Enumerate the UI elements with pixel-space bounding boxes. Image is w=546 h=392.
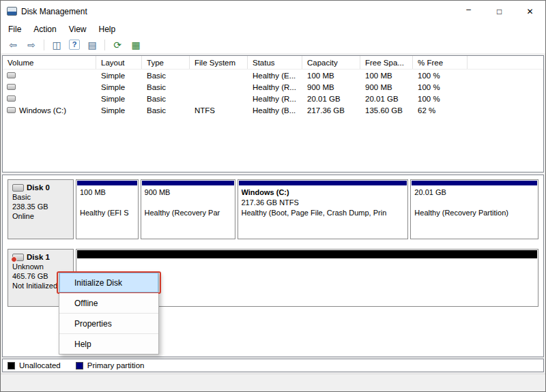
maximize-button[interactable]: □: [484, 1, 515, 22]
partition-recovery-1[interactable]: 900 MB Healthy (Recovery Par: [141, 179, 235, 239]
disk0-info[interactable]: Disk 0 Basic 238.35 GB Online: [8, 179, 74, 239]
primary-partition-stripe: [77, 181, 137, 185]
volume-row[interactable]: Simple Basic Healthy (R... 20.01 GB 20.0…: [3, 93, 543, 104]
unallocated-stripe: [77, 250, 537, 258]
menu-view[interactable]: View: [63, 22, 93, 36]
partition-efi[interactable]: 100 MB Healthy (EFI S: [76, 179, 139, 239]
window-title: Disk Management: [21, 7, 87, 16]
unallocated-label: Unallocated: [19, 361, 61, 370]
status-bar: [1, 374, 545, 391]
toolbar-separator: [104, 40, 105, 50]
primary-partition-stripe: [142, 181, 234, 185]
volume-row[interactable]: Simple Basic Healthy (E... 100 MB 100 MB…: [3, 70, 543, 81]
unallocated-swatch: [8, 362, 15, 370]
primary-partition-swatch: [76, 362, 83, 370]
col-type[interactable]: Type: [142, 56, 190, 69]
primary-partition-stripe: [412, 181, 537, 185]
menu-item-offline[interactable]: Offline: [59, 293, 158, 313]
disk-management-window: Disk Management – □ ✕ File Action View H…: [0, 0, 546, 392]
context-menu: Initialize Disk Offline Properties Help: [59, 272, 159, 355]
col-capacity[interactable]: Capacity: [302, 56, 360, 69]
partition-windows-c[interactable]: Windows (C:) 217.36 GB NTFS Healthy (Boo…: [238, 179, 409, 239]
back-icon[interactable]: ⇦: [7, 40, 19, 50]
title-bar: Disk Management – □ ✕: [1, 1, 545, 22]
toolbar: ⇦ ⇨ ◫ ? ▤ ⟳ ▦: [1, 36, 545, 54]
minimize-button[interactable]: –: [453, 1, 484, 22]
menu-action[interactable]: Action: [27, 22, 62, 36]
volume-table-header: Volume Layout Type File System Status Ca…: [3, 56, 543, 70]
toolbar-separator: [44, 40, 44, 50]
col-file-system[interactable]: File System: [190, 56, 248, 69]
menu-item-initialize-disk[interactable]: Initialize Disk: [59, 273, 158, 292]
menu-item-properties[interactable]: Properties: [59, 314, 158, 333]
menu-help[interactable]: Help: [93, 22, 122, 36]
primary-partition-label: Primary partition: [87, 361, 145, 370]
disk1-type: Unknown: [12, 262, 69, 271]
volume-icon: [7, 107, 16, 113]
close-button[interactable]: ✕: [515, 1, 545, 22]
app-icon: [7, 7, 17, 16]
menu-bar: File Action View Help: [1, 22, 545, 36]
forward-icon[interactable]: ⇨: [25, 40, 38, 50]
properties-icon[interactable]: ▦: [130, 40, 142, 50]
legend-bar: Unallocated Primary partition: [2, 359, 544, 372]
disk-error-icon: [12, 254, 24, 261]
col-layout[interactable]: Layout: [96, 56, 142, 69]
menu-item-help[interactable]: Help: [59, 334, 158, 354]
volume-row[interactable]: Simple Basic Healthy (R... 900 MB 900 MB…: [3, 81, 543, 93]
volume-list-pane: Volume Layout Type File System Status Ca…: [2, 55, 544, 172]
action-pane-icon[interactable]: ▤: [86, 40, 98, 50]
volume-row[interactable]: Windows (C:) Simple Basic NTFS Healthy (…: [3, 104, 543, 116]
col-filler: [468, 56, 543, 69]
primary-partition-stripe: [239, 181, 407, 185]
disk0-size: 238.35 GB: [12, 202, 69, 211]
refresh-icon[interactable]: ⟳: [111, 40, 124, 50]
volume-icon: [7, 72, 16, 78]
partition-recovery-2[interactable]: 20.01 GB Healthy (Recovery Partition): [410, 179, 538, 239]
help-icon[interactable]: ?: [69, 40, 80, 50]
disk0-type: Basic: [12, 192, 69, 202]
menu-file[interactable]: File: [2, 22, 27, 36]
console-tree-icon[interactable]: ◫: [51, 40, 63, 50]
volume-icon: [7, 84, 16, 90]
disk0-status: Online: [12, 211, 69, 221]
col-pct-free[interactable]: % Free: [413, 56, 468, 69]
disk-icon: [12, 184, 24, 192]
disk0-row: Disk 0 Basic 238.35 GB Online 100 MB Hea…: [8, 179, 538, 239]
col-volume[interactable]: Volume: [3, 56, 96, 69]
col-free-space[interactable]: Free Spa...: [360, 56, 413, 69]
col-status[interactable]: Status: [248, 56, 302, 69]
volume-icon: [7, 95, 16, 102]
